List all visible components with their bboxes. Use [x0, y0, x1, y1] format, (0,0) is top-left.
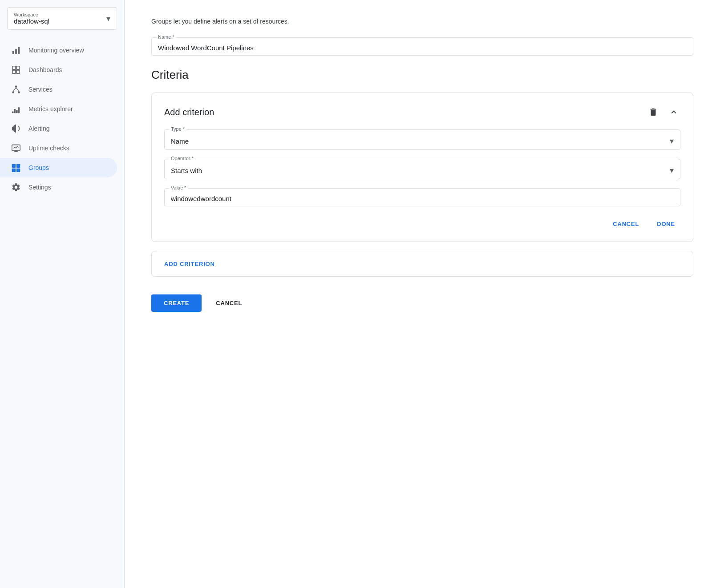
value-field-label: Value * — [169, 185, 188, 190]
criterion-card: Add criterion Type * Name ▾ — [151, 93, 693, 242]
workspace-label: Workspace — [14, 12, 49, 17]
sidebar-item-label: Uptime checks — [28, 145, 69, 152]
svg-rect-4 — [16, 66, 20, 69]
operator-field-label: Operator * — [169, 156, 195, 161]
svg-rect-14 — [16, 110, 18, 113]
svg-point-7 — [15, 85, 17, 88]
uptime-icon — [11, 143, 21, 153]
criterion-footer: CANCEL DONE — [164, 217, 680, 231]
criterion-cancel-button[interactable]: CANCEL — [607, 217, 644, 231]
criterion-done-button[interactable]: DONE — [651, 217, 680, 231]
sidebar-item-alerting[interactable]: Alerting — [0, 119, 117, 138]
services-icon — [11, 84, 21, 95]
create-button[interactable]: CREATE — [151, 294, 202, 312]
svg-rect-0 — [12, 51, 14, 54]
svg-line-11 — [16, 88, 19, 91]
value-field-container: Value * — [164, 188, 680, 206]
sidebar-item-uptime-checks[interactable]: Uptime checks — [0, 138, 117, 158]
add-criterion-container: ADD CRITERION — [151, 251, 693, 277]
operator-select[interactable]: Operator * Starts with ▾ — [164, 159, 680, 179]
settings-icon — [11, 182, 21, 193]
svg-rect-19 — [12, 164, 16, 168]
chevron-down-icon: ▾ — [106, 14, 110, 24]
type-select-arrow-icon: ▾ — [670, 133, 674, 146]
svg-point-8 — [12, 91, 14, 93]
add-criterion-button[interactable]: ADD CRITERION — [164, 261, 215, 267]
chevron-up-icon — [669, 107, 679, 117]
name-field-container: Name * — [151, 37, 693, 56]
sidebar-item-label: Services — [28, 86, 53, 93]
name-input[interactable] — [158, 41, 687, 52]
metrics-icon — [11, 104, 21, 114]
sidebar-item-label: Groups — [28, 164, 49, 171]
svg-rect-20 — [16, 164, 20, 168]
value-input[interactable] — [171, 192, 674, 202]
sidebar-item-label: Metrics explorer — [28, 105, 73, 113]
delete-criterion-button[interactable] — [647, 105, 660, 119]
svg-rect-13 — [14, 109, 16, 113]
groups-description: Groups let you define alerts on a set of… — [151, 18, 693, 25]
criterion-actions — [647, 105, 680, 119]
svg-rect-12 — [12, 112, 14, 113]
svg-rect-15 — [18, 107, 20, 113]
svg-rect-22 — [16, 169, 20, 172]
type-select[interactable]: Type * Name ▾ — [164, 129, 680, 150]
svg-rect-21 — [12, 169, 16, 172]
operator-select-value: Starts with — [171, 164, 202, 174]
sidebar: Workspace dataflow-sql ▾ Monitoring over… — [0, 0, 125, 588]
groups-icon — [11, 162, 21, 173]
sidebar-item-groups[interactable]: Groups — [0, 158, 117, 177]
svg-rect-3 — [12, 66, 16, 69]
sidebar-item-monitoring-overview[interactable]: Monitoring overview — [0, 40, 117, 60]
alerting-icon — [11, 123, 21, 134]
dashboards-icon — [11, 64, 21, 75]
trash-icon — [648, 107, 658, 117]
type-field-label: Type * — [169, 126, 186, 132]
svg-rect-2 — [18, 47, 20, 54]
sidebar-item-settings[interactable]: Settings — [0, 177, 117, 197]
workspace-selector[interactable]: Workspace dataflow-sql ▾ — [7, 7, 117, 30]
svg-point-9 — [18, 91, 20, 93]
sidebar-item-services[interactable]: Services — [0, 80, 117, 99]
svg-rect-5 — [12, 70, 16, 73]
workspace-name: dataflow-sql — [14, 17, 49, 25]
svg-rect-1 — [15, 49, 17, 54]
criteria-title: Criteria — [151, 68, 693, 82]
sidebar-item-label: Alerting — [28, 125, 49, 132]
chart-bar-icon — [11, 45, 21, 56]
criterion-title: Add criterion — [164, 107, 214, 117]
action-buttons: CREATE CANCEL — [151, 294, 693, 312]
sidebar-item-dashboards[interactable]: Dashboards — [0, 60, 117, 80]
type-select-value: Name — [171, 135, 189, 145]
sidebar-item-label: Settings — [28, 184, 51, 191]
svg-line-10 — [13, 88, 16, 91]
operator-select-arrow-icon: ▾ — [670, 163, 674, 175]
main-content: Groups let you define alerts on a set of… — [125, 0, 720, 588]
name-field-label: Name * — [156, 34, 176, 40]
cancel-button[interactable]: CANCEL — [209, 294, 249, 312]
name-field-group: Name * — [151, 37, 693, 56]
sidebar-item-label: Monitoring overview — [28, 47, 84, 54]
sidebar-item-metrics-explorer[interactable]: Metrics explorer — [0, 99, 117, 119]
svg-rect-6 — [16, 70, 20, 73]
sidebar-item-label: Dashboards — [28, 66, 62, 73]
collapse-criterion-button[interactable] — [667, 105, 680, 119]
criterion-header: Add criterion — [164, 105, 680, 119]
